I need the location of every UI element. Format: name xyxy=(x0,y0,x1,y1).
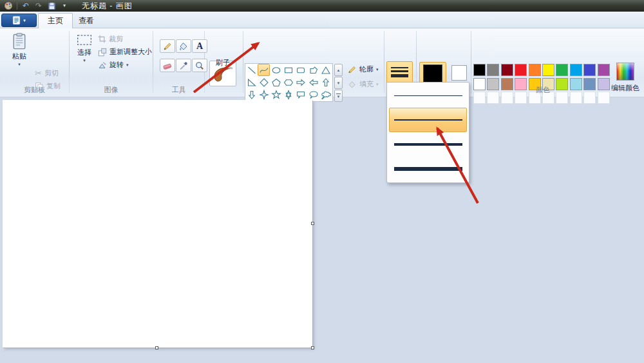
document-list-icon xyxy=(12,15,21,25)
shape-star-5[interactable] xyxy=(270,88,282,101)
scroll-down-button[interactable]: ▼ xyxy=(334,77,343,89)
canvas-resize-handle-bottom[interactable] xyxy=(155,346,158,349)
resize-button[interactable]: 重新调整大小 xyxy=(98,47,152,57)
redo-icon[interactable]: ↷ xyxy=(34,1,43,10)
shape-pentagon[interactable] xyxy=(270,76,282,88)
select-button[interactable]: 选择 ▾ xyxy=(72,34,97,63)
paint-app-icon[interactable] xyxy=(4,1,13,10)
color-picker-tool-button[interactable] xyxy=(176,59,191,72)
outline-button[interactable]: 轮廓 ▾ xyxy=(348,64,379,74)
rotate-button[interactable]: 旋转 ▾ xyxy=(98,60,129,70)
palette-swatch[interactable] xyxy=(529,64,541,76)
group-divider xyxy=(471,31,471,93)
palette-swatch[interactable] xyxy=(542,64,554,76)
outline-pencil-icon xyxy=(348,65,357,74)
resize-icon xyxy=(98,48,107,57)
rotate-icon xyxy=(98,61,107,70)
shape-polygon[interactable] xyxy=(307,64,319,76)
shapes-scrollbar: ▲ ▼ ▼ xyxy=(334,64,343,103)
title-bar: ↶ ↷ ▾ 无标题 - 画图 xyxy=(0,0,644,12)
drawing-canvas[interactable] xyxy=(3,100,312,348)
tools-group-label: 工具 xyxy=(153,85,204,95)
tab-view[interactable]: 查看 xyxy=(70,13,103,28)
shape-fill-label: 填充 xyxy=(359,79,374,89)
edit-colors-button[interactable]: 编辑颜色 xyxy=(608,63,643,93)
scroll-up-button[interactable]: ▲ xyxy=(334,64,343,76)
shape-arrow-right[interactable] xyxy=(295,76,307,88)
palette-swatch[interactable] xyxy=(583,64,596,76)
palette-swatch[interactable] xyxy=(473,64,486,76)
palette-swatch[interactable] xyxy=(487,64,499,76)
shape-right-triangle[interactable] xyxy=(245,76,258,88)
thickness-line xyxy=(394,143,462,146)
tools-group: A 工具 xyxy=(153,28,204,97)
size-option-1px[interactable] xyxy=(390,83,466,108)
palette-swatch[interactable] xyxy=(515,64,527,76)
rotate-label: 旋转 xyxy=(109,60,124,70)
shape-callout-oval[interactable] xyxy=(307,88,319,101)
cut-label: 剪切 xyxy=(44,68,59,78)
fill-tool-button[interactable] xyxy=(176,39,191,53)
size-option-4px[interactable] xyxy=(390,132,466,157)
tab-home[interactable]: 主页 xyxy=(38,13,73,28)
palette-swatch[interactable] xyxy=(556,64,568,76)
pencil-icon xyxy=(162,41,173,52)
shape-arrow-down[interactable] xyxy=(245,88,258,101)
image-group-label: 图像 xyxy=(70,85,153,95)
shape-callout-cloud[interactable] xyxy=(319,88,332,101)
outline-label: 轮廓 xyxy=(359,64,374,74)
qat-dropdown-icon[interactable]: ▾ xyxy=(60,1,69,10)
canvas-resize-handle-right[interactable] xyxy=(311,222,314,225)
brush-label-area[interactable]: 刷子 ▾ xyxy=(209,57,236,74)
shape-arrow-up[interactable] xyxy=(319,76,332,88)
more-down-icon: ▼ xyxy=(337,95,341,99)
shape-rounded-rectangle[interactable] xyxy=(295,64,307,76)
shape-line[interactable] xyxy=(245,64,258,76)
chevron-down-icon: ▾ xyxy=(376,67,379,72)
thickness-line xyxy=(394,95,462,96)
application-menu-button[interactable]: ▾ xyxy=(1,14,37,27)
shape-callout-rect[interactable] xyxy=(295,88,307,101)
fill-icon xyxy=(178,41,189,52)
shape-arrow-left[interactable] xyxy=(307,76,319,88)
shape-hexagon[interactable] xyxy=(283,76,295,88)
shape-fill-button[interactable]: 填充 ▾ xyxy=(348,79,379,89)
chevron-down-icon: ▾ xyxy=(23,18,26,23)
line-thickness-icon xyxy=(391,67,408,79)
crop-icon xyxy=(98,35,106,43)
shapes-more-button[interactable]: ▼ xyxy=(334,90,343,102)
shape-curve[interactable] xyxy=(258,64,270,76)
save-icon[interactable] xyxy=(47,1,56,10)
brush-group: 刷子 ▾ xyxy=(205,28,243,97)
cut-button[interactable]: ✂ 剪切 xyxy=(35,68,59,78)
shape-star-6[interactable] xyxy=(283,88,295,101)
shape-rectangle[interactable] xyxy=(283,64,295,76)
paste-label: 粘贴 xyxy=(12,52,26,61)
shape-star-4[interactable] xyxy=(258,88,270,101)
image-group: 选择 ▾ 裁剪 重新调整大小 旋转 ▾ 图像 xyxy=(70,28,153,97)
eraser-icon xyxy=(162,61,173,71)
chevron-down-icon: ▾ xyxy=(376,82,379,87)
clipboard-group: 粘贴 ▾ ✂ 剪切 复制 剪贴板 xyxy=(0,28,69,97)
size-option-6px[interactable] xyxy=(390,157,466,181)
pencil-tool-button[interactable] xyxy=(160,39,175,53)
crop-button[interactable]: 裁剪 xyxy=(98,34,123,44)
shapes-grid xyxy=(245,63,333,102)
palette-swatch[interactable] xyxy=(501,64,513,76)
paste-button[interactable]: 粘贴 ▾ xyxy=(5,32,33,67)
size-option-2px[interactable] xyxy=(389,108,467,132)
shape-ellipse[interactable] xyxy=(270,64,282,76)
thickness-line xyxy=(394,119,462,121)
shape-triangle[interactable] xyxy=(319,64,332,76)
canvas-resize-handle-corner[interactable] xyxy=(311,346,314,349)
resize-label: 重新调整大小 xyxy=(109,47,152,57)
shape-diamond[interactable] xyxy=(258,76,270,88)
scroll-up-icon: ▲ xyxy=(337,68,341,72)
edit-colors-label: 编辑颜色 xyxy=(611,83,639,93)
undo-icon[interactable]: ↶ xyxy=(21,1,30,10)
group-divider xyxy=(384,31,384,93)
palette-swatch[interactable] xyxy=(570,64,582,76)
eraser-tool-button[interactable] xyxy=(160,59,175,72)
chevron-down-icon: ▾ xyxy=(126,63,129,68)
fill-bucket-gray-icon xyxy=(348,80,357,89)
